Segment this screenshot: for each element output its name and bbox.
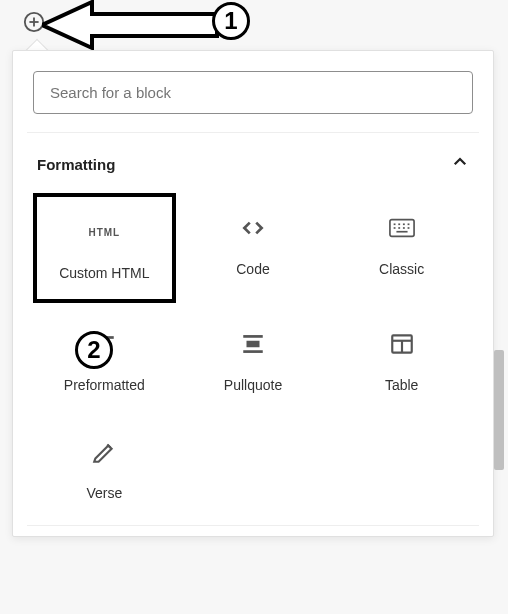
code-icon — [240, 213, 266, 243]
block-preformatted[interactable]: Preformatted — [33, 309, 176, 411]
scrollbar[interactable] — [494, 160, 504, 604]
scroll-thumb[interactable] — [494, 350, 504, 470]
divider — [27, 132, 479, 133]
annotation-arrow — [42, 0, 237, 52]
search-input[interactable] — [33, 71, 473, 114]
block-label: Preformatted — [64, 377, 145, 393]
preformatted-icon — [91, 329, 117, 359]
divider — [27, 525, 479, 526]
annotation-marker-1: 1 — [212, 2, 250, 40]
svg-rect-18 — [246, 341, 259, 348]
section-title: Formatting — [37, 156, 115, 173]
block-label: Verse — [86, 485, 122, 501]
svg-rect-4 — [390, 220, 414, 237]
verse-icon — [91, 437, 117, 467]
block-code[interactable]: Code — [182, 193, 325, 303]
block-label: Table — [385, 377, 418, 393]
block-classic[interactable]: Classic — [330, 193, 473, 303]
block-pullquote[interactable]: Pullquote — [182, 309, 325, 411]
block-label: Classic — [379, 261, 424, 277]
block-label: Code — [236, 261, 269, 277]
block-custom-html[interactable]: HTML Custom HTML — [33, 193, 176, 303]
plus-circle-icon — [23, 11, 45, 33]
classic-icon — [389, 213, 415, 243]
block-table[interactable]: Table — [330, 309, 473, 411]
block-label: Pullquote — [224, 377, 282, 393]
chevron-up-icon — [451, 153, 469, 175]
table-icon — [389, 329, 415, 359]
add-block-button[interactable] — [22, 10, 46, 34]
pullquote-icon — [240, 329, 266, 359]
block-verse[interactable]: Verse — [33, 417, 176, 519]
section-header-formatting[interactable]: Formatting — [33, 147, 473, 193]
block-inserter-popover: Formatting HTML Custom HTML Code — [12, 50, 494, 537]
svg-marker-3 — [42, 2, 217, 48]
block-label: Custom HTML — [59, 265, 149, 281]
html-icon: HTML — [88, 217, 120, 247]
